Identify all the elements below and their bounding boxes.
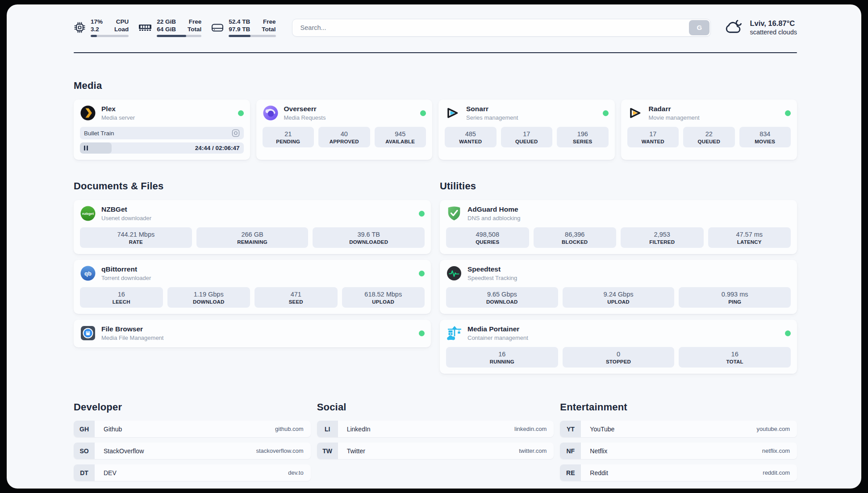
bookmark-url: youtube.com <box>757 426 790 432</box>
service-description: Movie management <box>649 114 700 121</box>
stat-rate: 744.21 Mbps RATE <box>80 227 192 248</box>
bookmark-dev[interactable]: DT DEV dev.to <box>74 464 311 481</box>
service-card-portainer[interactable]: Media Portainer Container management 16 … <box>440 320 797 374</box>
service-heading: qBittorrent Torrent downloader <box>101 265 151 281</box>
service-card-filebrowser[interactable]: File Browser Media File Management <box>74 320 431 347</box>
service-card-speedtest[interactable]: Speedtest Speedtest Tracking 9.65 Gbps D… <box>440 260 797 314</box>
stat-upload: 9.24 Gbps UPLOAD <box>563 287 675 308</box>
pause-icon <box>84 146 88 150</box>
bookmark-reddit[interactable]: RE Reddit reddit.com <box>560 464 797 481</box>
service-card-plex[interactable]: Plex Media server Bullet Train 24:44 / 0… <box>74 100 250 160</box>
stat-download: 1.19 Gbps DOWNLOAD <box>167 287 250 308</box>
service-description: Speedtest Tracking <box>467 275 517 281</box>
stat-pending: 21 PENDING <box>263 127 314 147</box>
bookmark-abbr: NF <box>560 443 581 459</box>
portainer-icon <box>446 325 462 341</box>
stat-download: 9.65 Gbps DOWNLOAD <box>446 287 558 308</box>
service-description: Series management <box>466 114 518 121</box>
bookmark-github[interactable]: GH Github github.com <box>74 421 311 437</box>
stat-downloaded: 39.6 TB DOWNLOADED <box>313 227 425 248</box>
stat-running: 16 RUNNING <box>446 347 558 368</box>
service-name: Sonarr <box>466 105 518 113</box>
status-online-dot <box>785 110 791 116</box>
memory-total-label: Total <box>188 25 201 33</box>
stat-queued: 17 QUEUED <box>501 127 553 147</box>
bookmark-group-entertainment: Entertainment YT YouTube youtube.com NF … <box>560 401 797 486</box>
memory-monitor: 22 GiB Free 64 GiB Total <box>138 18 201 37</box>
service-card-nzbget[interactable]: nzbget NZBGet Usenet downloader 744.21 M… <box>74 200 431 254</box>
cpu-monitor-body: 17% CPU 3.2 Load <box>91 18 129 37</box>
bookmark-linkedin[interactable]: LI LinkedIn linkedin.com <box>317 421 554 437</box>
service-card-qbittorrent[interactable]: qb qBittorrent Torrent downloader 16 LEE… <box>74 260 431 314</box>
cpu-usage-label: CPU <box>114 18 129 25</box>
service-heading: Media Portainer Container management <box>467 325 528 341</box>
adguard-icon <box>446 205 462 221</box>
bookmark-name: StackOverflow <box>104 447 144 455</box>
cpu-icon <box>74 21 86 33</box>
bookmark-abbr: GH <box>74 421 95 437</box>
bookmark-name: DEV <box>104 469 117 476</box>
bookmark-abbr: LI <box>317 421 338 437</box>
disk-monitor-body: 52.4 TB Free 97.9 TB Total <box>229 18 275 37</box>
search-input[interactable] <box>292 19 711 37</box>
bookmark-url: twitter.com <box>519 447 547 454</box>
bookmark-url: netflix.com <box>762 447 790 454</box>
bookmark-youtube[interactable]: YT YouTube youtube.com <box>560 421 797 437</box>
service-heading: Overseerr Media Requests <box>284 105 326 121</box>
search-provider-button[interactable]: G <box>689 20 709 35</box>
service-name: Speedtest <box>467 265 517 273</box>
stat-queries: 498,508 QUERIES <box>446 227 529 248</box>
disk-monitor: 52.4 TB Free 97.9 TB Total <box>211 18 275 37</box>
bookmark-stackoverflow[interactable]: SO StackOverflow stackoverflow.com <box>74 443 311 459</box>
bookmark-name: Reddit <box>590 469 608 476</box>
service-heading: Plex Media server <box>101 105 135 121</box>
section-title-utilities: Utilities <box>440 180 797 192</box>
service-card-radarr[interactable]: Radarr Movie management 17 WANTED 22 QUE… <box>621 100 797 160</box>
service-description: Media Requests <box>284 114 326 121</box>
weather-widget[interactable]: Lviv, 16.87°C scattered clouds <box>723 19 797 37</box>
stat-remaining: 266 GB REMAINING <box>196 227 309 248</box>
bookmark-twitter[interactable]: TW Twitter twitter.com <box>317 443 554 459</box>
disk-progress-fill <box>229 35 250 37</box>
stat-ping: 0.993 ms PING <box>679 287 791 308</box>
service-name: AdGuard Home <box>467 205 521 213</box>
bookmark-url: reddit.com <box>763 469 790 476</box>
section-title-media: Media <box>74 80 797 92</box>
bookmark-url: github.com <box>275 426 304 432</box>
bookmark-name: Twitter <box>347 447 365 455</box>
stat-wanted: 485 WANTED <box>445 127 497 147</box>
section-title-entertainment: Entertainment <box>560 401 797 413</box>
status-online-dot <box>603 110 609 116</box>
service-heading: AdGuard Home DNS and adblocking <box>467 205 521 221</box>
radarr-icon <box>627 105 643 121</box>
service-name: qBittorrent <box>101 265 151 273</box>
bookmark-netflix[interactable]: NF Netflix netflix.com <box>560 443 797 459</box>
bookmark-name: Netflix <box>590 447 607 455</box>
cpu-monitor: 17% CPU 3.2 Load <box>74 18 129 37</box>
service-heading: Speedtest Speedtest Tracking <box>467 265 517 281</box>
cloud-moon-icon <box>723 19 744 37</box>
stat-latency: 47.57 ms LATENCY <box>708 227 791 248</box>
bookmark-group-social: Social LI LinkedIn linkedin.com TW Twitt… <box>317 401 554 486</box>
media-grid: Plex Media server Bullet Train 24:44 / 0… <box>74 100 797 160</box>
stat-leech: 16 LEECH <box>80 287 163 308</box>
service-name: Overseerr <box>284 105 326 113</box>
qbittorrent-icon: qb <box>80 265 96 281</box>
stat-upload: 618.52 Mbps UPLOAD <box>342 287 425 308</box>
bookmark-url: stackoverflow.com <box>256 447 303 454</box>
top-bar: 17% CPU 3.2 Load <box>74 18 797 37</box>
bookmark-abbr: TW <box>317 443 338 459</box>
section-title-developer: Developer <box>74 401 311 413</box>
service-card-overseerr[interactable]: Overseerr Media Requests 21 PENDING 40 A… <box>256 100 433 160</box>
service-card-sonarr[interactable]: Sonarr Series management 485 WANTED 17 Q… <box>438 100 615 160</box>
service-name: File Browser <box>101 325 163 333</box>
bookmark-group-developer: Developer GH Github github.com SO StackO… <box>74 401 311 486</box>
service-card-adguard[interactable]: AdGuard Home DNS and adblocking 498,508 … <box>440 200 797 254</box>
cpu-progress-fill <box>91 35 97 37</box>
stat-seed: 471 SEED <box>255 287 338 308</box>
dashboard-page: 17% CPU 3.2 Load <box>7 4 861 489</box>
topbar-divider <box>74 52 797 53</box>
weather-text: Lviv, 16.87°C scattered clouds <box>750 19 797 36</box>
bookmark-abbr: SO <box>74 443 95 459</box>
cpu-load-value: 3.2 <box>91 25 103 33</box>
